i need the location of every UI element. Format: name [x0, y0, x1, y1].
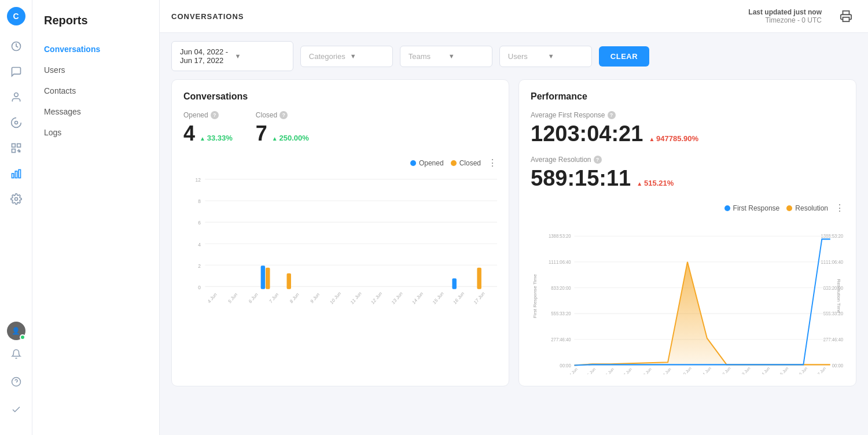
svg-text:4: 4: [198, 241, 201, 248]
closed-value: 7: [256, 121, 267, 146]
sidebar-icon-contacts[interactable]: [5, 86, 28, 109]
date-range-filter[interactable]: Jun 04, 2022 - Jun 17, 2022 ▼: [171, 41, 293, 71]
svg-text:1388:53:20: 1388:53:20: [549, 234, 571, 239]
chevron-down-icon: ▼: [448, 53, 484, 60]
svg-text:16 Jun: 16 Jun: [453, 291, 465, 305]
nav-item-messages[interactable]: Messages: [32, 101, 159, 122]
main-content: CONVERSATIONS Last updated just now Time…: [160, 0, 868, 435]
svg-text:277:46:40: 277:46:40: [823, 337, 844, 342]
sidebar-icon-flow[interactable]: [5, 137, 28, 160]
svg-text:7 Jun: 7 Jun: [269, 292, 279, 304]
dashboard-grid: Conversations Opened ? 4 33.33% Closed: [160, 79, 868, 398]
opened-change: 33.33%: [200, 134, 233, 142]
last-updated-info: Last updated just now Timezone - 0 UTC: [748, 8, 822, 24]
svg-rect-12: [843, 17, 849, 21]
svg-rect-25: [261, 266, 265, 289]
svg-rect-5: [12, 149, 15, 153]
sidebar-icon-chat[interactable]: [5, 60, 28, 83]
svg-text:8: 8: [198, 198, 201, 205]
svg-text:6: 6: [198, 220, 201, 226]
legend-opened: Opened: [410, 159, 444, 167]
svg-text:8 Jun: 8 Jun: [289, 292, 300, 304]
online-indicator: [20, 334, 25, 340]
svg-text:277:46:40: 277:46:40: [551, 337, 571, 342]
first-response-change: 947785.90%: [649, 134, 698, 143]
svg-rect-4: [17, 144, 20, 148]
categories-filter[interactable]: Categories ▼: [300, 46, 393, 67]
resolution-stat: Average Resolution ? 589:15:11 515.21%: [531, 156, 844, 193]
svg-text:17 Jun: 17 Jun: [473, 291, 486, 305]
resolution-change: 515.21%: [637, 179, 674, 187]
first-response-stat: Average First Response ? 1203:04:21 9477…: [531, 111, 844, 149]
first-response-value: 1203:04:21: [531, 121, 643, 146]
svg-text:4 Jun: 4 Jun: [207, 292, 218, 304]
chevron-down-icon: ▼: [350, 53, 384, 60]
conversations-stats: Opened ? 4 33.33% Closed ? 7 250: [183, 111, 497, 146]
svg-rect-29: [477, 268, 481, 289]
users-filter[interactable]: Users ▼: [499, 46, 592, 67]
legend-dot-closed: [451, 160, 457, 166]
svg-text:9 Jun: 9 Jun: [310, 292, 321, 304]
svg-text:833:20:00: 833:20:00: [551, 285, 571, 290]
legend-resolution: Resolution: [786, 204, 828, 212]
performance-card-title: Performance: [531, 91, 844, 102]
sidebar-icon-notifications[interactable]: [5, 342, 28, 366]
svg-text:12 Jun: 12 Jun: [720, 366, 731, 374]
legend-dot-resolution: [786, 205, 792, 211]
legend-dot-opened: [410, 160, 416, 166]
svg-point-2: [14, 121, 17, 124]
svg-point-1: [14, 93, 18, 97]
svg-point-9: [14, 198, 17, 201]
svg-text:15 Jun: 15 Jun: [778, 366, 789, 374]
sidebar-icon-listen[interactable]: [5, 111, 28, 134]
svg-text:1388:53:20: 1388:53:20: [821, 234, 843, 239]
sidebar-icon-reports[interactable]: [5, 162, 28, 185]
opened-help-icon: ?: [211, 111, 219, 119]
nav-item-users[interactable]: Users: [32, 60, 159, 80]
conversations-card: Conversations Opened ? 4 33.33% Closed: [171, 79, 509, 386]
svg-text:9 Jun: 9 Jun: [662, 367, 672, 374]
sidebar-icon-activity[interactable]: [5, 35, 28, 58]
svg-text:First Response Time: First Response Time: [532, 274, 538, 318]
svg-text:6 Jun: 6 Jun: [248, 292, 259, 304]
legend-dot-first: [724, 205, 730, 211]
sidebar-icon-help[interactable]: [5, 370, 28, 393]
user-avatar[interactable]: C: [7, 7, 25, 25]
svg-text:15 Jun: 15 Jun: [432, 291, 445, 305]
line-chart: 00:00 277:46:40 555:33:20 833:20:00 1111…: [531, 218, 844, 374]
svg-text:8 Jun: 8 Jun: [642, 367, 652, 374]
svg-text:10 Jun: 10 Jun: [329, 291, 342, 305]
chart-options-button[interactable]: ⋮: [488, 157, 497, 168]
svg-rect-3: [12, 144, 15, 148]
svg-text:11 Jun: 11 Jun: [701, 366, 712, 374]
teams-filter[interactable]: Teams ▼: [400, 46, 492, 67]
user-avatar-small[interactable]: 👤: [7, 322, 25, 340]
sidebar-icon-settings[interactable]: [5, 187, 28, 211]
nav-item-contacts[interactable]: Contacts: [32, 80, 159, 101]
svg-text:11 Jun: 11 Jun: [350, 291, 362, 305]
svg-text:17 Jun: 17 Jun: [815, 366, 826, 374]
nav-panel: Reports Conversations Users Contacts Mes…: [32, 0, 160, 435]
filter-bar: Jun 04, 2022 - Jun 17, 2022 ▼ Categories…: [160, 33, 868, 79]
sidebar-icon-rail: C 👤: [0, 0, 32, 435]
svg-text:12: 12: [196, 177, 201, 183]
svg-text:555:33:20: 555:33:20: [551, 311, 571, 316]
svg-text:14 Jun: 14 Jun: [411, 291, 424, 305]
nav-item-logs[interactable]: Logs: [32, 122, 159, 143]
nav-title: Reports: [32, 9, 159, 39]
print-button[interactable]: [836, 6, 856, 27]
opened-value: 4: [183, 121, 195, 146]
svg-rect-6: [12, 174, 13, 178]
chevron-down-icon: ▼: [548, 53, 583, 60]
svg-text:14 Jun: 14 Jun: [759, 366, 770, 374]
sidebar-icon-checkmark[interactable]: [5, 398, 28, 421]
svg-rect-8: [19, 169, 20, 178]
page-title: CONVERSATIONS: [171, 12, 244, 21]
conversations-card-title: Conversations: [183, 91, 497, 102]
svg-rect-27: [286, 273, 290, 289]
perf-chart-options-button[interactable]: ⋮: [835, 202, 844, 213]
nav-item-conversations[interactable]: Conversations: [32, 39, 159, 60]
svg-text:5 Jun: 5 Jun: [227, 292, 238, 304]
clear-button[interactable]: CLEAR: [599, 46, 649, 67]
svg-text:7 Jun: 7 Jun: [623, 367, 632, 374]
